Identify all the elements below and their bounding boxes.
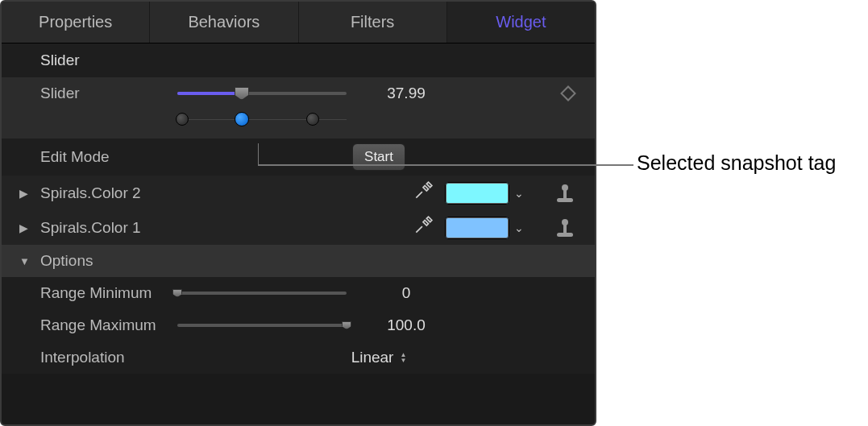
snapshot-track[interactable] [177,111,347,127]
start-button[interactable]: Start [352,143,405,171]
interpolation-value: Linear [351,349,394,366]
snapshot-tag-3[interactable] [306,113,319,126]
disclosure-down-icon[interactable]: ▼ [19,255,30,267]
callout-text: Selected snapshot tag [637,151,836,175]
slider-label: Slider [40,85,177,102]
tab-filters[interactable]: Filters [299,2,447,43]
slider-fill [177,92,242,95]
tab-properties[interactable]: Properties [2,2,150,43]
range-min-value[interactable]: 0 [358,284,455,302]
eyedropper-icon[interactable] [413,180,434,205]
range-min-row: Range Minimum 0 [2,277,595,309]
options-label: Options [40,252,177,270]
interpolation-row: Interpolation Linear ▲▼ [2,341,595,374]
color2-label: Spirals.Color 1 [40,219,177,237]
disclosure-right-icon[interactable]: ▶ [19,221,28,234]
color1-label: Spirals.Color 2 [40,184,177,202]
interpolation-label: Interpolation [40,349,177,366]
keyframe-icon[interactable] [560,85,576,101]
range-min-slider[interactable] [177,292,347,295]
tab-bar: Properties Behaviors Filters Widget [2,2,595,43]
inspector-panel: Properties Behaviors Filters Widget Slid… [0,0,596,426]
edit-mode-label: Edit Mode [40,148,177,166]
color-row-2: ▶ Spirals.Color 1 ⌄ [2,210,595,245]
color-well-2[interactable] [445,217,509,239]
slider-row: Slider 37.99 [2,77,595,110]
disclosure-right-icon[interactable]: ▶ [19,187,28,200]
snapshot-tag-1[interactable] [176,113,189,126]
snapshot-row [2,110,595,139]
chevron-down-icon[interactable]: ⌄ [514,221,524,234]
range-max-row: Range Maximum 100.0 [2,309,595,341]
color-row-1: ▶ Spirals.Color 2 ⌄ [2,176,595,210]
popup-arrows-icon: ▲▼ [400,352,406,363]
slider-value[interactable]: 37.99 [358,85,455,102]
callout-leader-line [596,164,633,166]
color-well-1[interactable] [445,182,509,205]
range-min-label: Range Minimum [40,284,177,302]
interpolation-popup[interactable]: Linear ▲▼ [351,349,407,366]
slider-thumb[interactable] [235,87,249,100]
eyedropper-icon[interactable] [413,215,434,240]
options-header-row[interactable]: ▼ Options [2,245,595,277]
edit-mode-row: Edit Mode Start [2,139,595,176]
snapshot-tag-2-selected[interactable] [235,112,249,126]
range-max-label: Range Maximum [40,316,177,334]
range-max-value[interactable]: 100.0 [358,316,455,334]
range-max-slider[interactable] [177,324,347,327]
tab-behaviors[interactable]: Behaviors [150,2,298,43]
callout-area: Selected snapshot tag [596,0,868,426]
joystick-icon[interactable] [556,219,574,237]
range-max-thumb[interactable] [342,321,351,329]
tab-widget[interactable]: Widget [447,2,595,43]
section-title: Slider [2,43,595,77]
joystick-icon[interactable] [556,184,574,202]
slider-track[interactable] [177,92,347,95]
chevron-down-icon[interactable]: ⌄ [514,187,524,200]
